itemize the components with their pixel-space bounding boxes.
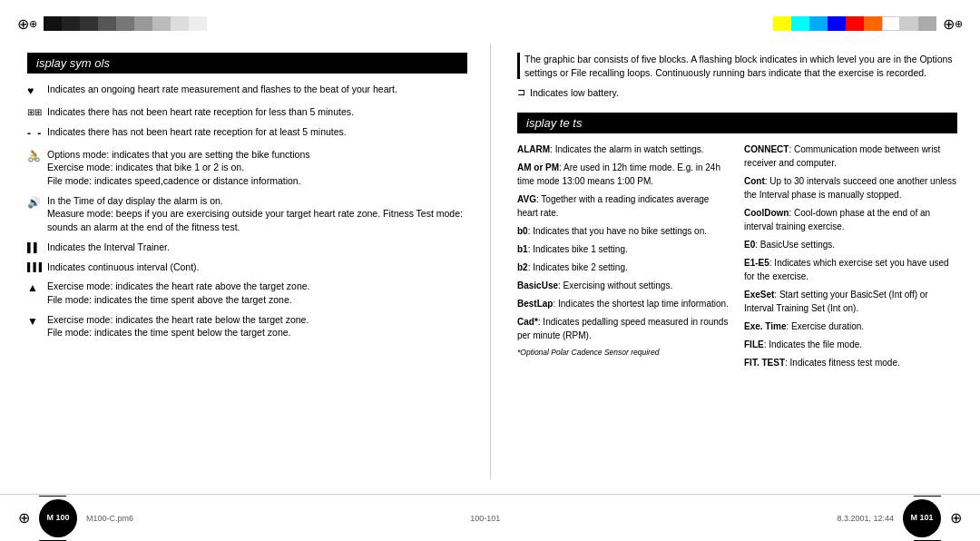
term-exeset: ExeSet: Start setting your BasicSet (Int… [744, 288, 957, 315]
color-block-8 [171, 16, 189, 31]
symbol-bike: 🚴 Options mode: indicates that you are s… [27, 148, 467, 188]
symbol-cont-interval: ▌▌▌ Indicates continuous interval (Cont)… [27, 261, 467, 274]
symbol-signal-weak: ⊞⊞ Indicates there has not been heart ra… [27, 105, 467, 119]
term-cont: Cont: Up to 30 intervals succeed one ano… [744, 174, 957, 202]
term-e0: E0: BasicUse settings. [744, 238, 957, 251]
color-block-2 [62, 16, 80, 31]
color-block-4 [98, 16, 116, 31]
below-target-icon: ▼ [27, 313, 47, 330]
symbol-bike-text: Options mode: indicates that you are set… [47, 148, 310, 188]
battery-icon: ⊐ [517, 86, 525, 98]
terms-col-2: CONNECT: Communication mode between wris… [744, 143, 957, 374]
term-cooldown: CoolDown: Cool-down phase at the end of … [744, 206, 957, 233]
term-cad: Cad*: Indicates pedalling speed measured… [517, 315, 730, 342]
symbol-sound: 🔊 In the Time of day display the alarm i… [27, 194, 467, 234]
crosshair-right-icon: ⊕ [944, 15, 962, 33]
symbol-above-target-text: Exercise mode: indicates the heart rate … [47, 280, 310, 306]
color-block-r9 [918, 16, 936, 31]
top-left-area: ⊕ [18, 15, 207, 33]
term-avg: AVG: Together with a reading indicates a… [517, 192, 730, 220]
symbol-interval-text: Indicates the Interval Trainer. [47, 241, 170, 254]
color-block-r2 [791, 16, 809, 31]
symbol-cont-interval-text: Indicates continuous interval (Cont). [47, 261, 200, 274]
color-block-r4 [828, 16, 846, 31]
interval-icon: ▌▌ [27, 241, 47, 254]
bike-icon: 🚴 [27, 148, 47, 164]
term-fit-test: FIT. TEST: Indicates fitness test mode. [744, 356, 957, 369]
bottom-center: 100-101 [470, 514, 500, 523]
crosshair-left-icon: ⊕ [18, 15, 36, 33]
color-block-r8 [900, 16, 918, 31]
terms-col-1: ALARM: Indicates the alarm in watch sett… [517, 143, 730, 374]
bottom-right-line-top [914, 496, 941, 497]
signal-weak-icon: ⊞⊞ [27, 105, 47, 119]
color-block-r7 [882, 16, 900, 31]
color-block-6 [134, 16, 152, 31]
color-block-r5 [846, 16, 864, 31]
battery-text-content: Indicates low battery. [530, 87, 619, 98]
term-basicuse: BasicUse: Exercising without settings. [517, 279, 730, 292]
color-block-3 [80, 16, 98, 31]
crosshair-bottom-left-icon: ⊕ [18, 509, 30, 526]
left-panel: isplay sym ols ♥ Indicates an ongoing he… [0, 44, 490, 494]
bottom-left-line-top [39, 496, 66, 497]
graphic-bar-text-content: The graphic bar consists of five blocks.… [524, 53, 957, 79]
symbol-heart-text: Indicates an ongoing heart rate measurem… [47, 83, 397, 96]
graphic-bar-description: The graphic bar consists of five blocks.… [517, 53, 957, 79]
page-number-left: M 100 [39, 499, 77, 537]
symbol-dashes: - - Indicates there has not been heart r… [27, 125, 467, 142]
term-file: FILE: Indicates the file mode. [744, 338, 957, 351]
term-exe-time: Exe. Time: Exercise duration. [744, 320, 957, 333]
color-block-r1 [773, 16, 791, 31]
left-section-header: isplay sym ols [27, 53, 467, 74]
bottom-left: ⊕ M 100 M100-C.pm6 [18, 496, 133, 541]
term-bestlap: BestLap: Indicates the shortest lap time… [517, 297, 730, 310]
color-block-9 [189, 16, 207, 31]
term-connect: CONNECT: Communication mode between wris… [744, 143, 957, 170]
bottom-right-line-bottom [914, 540, 941, 541]
term-b0: b0: Indicates that you have no bike sett… [517, 224, 730, 238]
color-block-r6 [864, 16, 882, 31]
battery-description: ⊐ Indicates low battery. [517, 86, 957, 98]
top-right-area: ⊕ [773, 15, 962, 33]
color-strip-left [44, 16, 207, 31]
cont-interval-icon: ▌▌▌ [27, 261, 47, 273]
color-block-r3 [809, 16, 828, 31]
symbol-interval: ▌▌ Indicates the Interval Trainer. [27, 241, 467, 254]
bottom-left-line-bottom [39, 540, 66, 541]
top-bar: ⊕ [0, 0, 980, 44]
color-block-7 [152, 16, 171, 31]
page-number-right: M 101 [903, 499, 941, 537]
right-panel: The graphic bar consists of five blocks.… [490, 44, 980, 494]
symbol-above-target: ▲ Exercise mode: indicates the heart rat… [27, 280, 467, 306]
color-strip-right [773, 16, 936, 31]
term-b2: b2: Indicates bike 2 setting. [517, 261, 730, 274]
color-block-1 [44, 16, 62, 31]
bottom-right: 8.3.2001, 12:44 M 101 ⊕ [837, 496, 962, 541]
right-section-header: isplay te ts [517, 113, 957, 133]
term-b1: b1: Indicates bike 1 setting. [517, 242, 730, 256]
optional-note: *Optional Polar Cadence Sensor required [517, 347, 730, 359]
above-target-icon: ▲ [27, 280, 47, 296]
bottom-bar: ⊕ M 100 M100-C.pm6 100-101 8.3.2001, 12:… [0, 494, 980, 541]
page-container: ⊕ [0, 0, 980, 541]
term-alarm: ALARM: Indicates the alarm in watch sett… [517, 143, 730, 156]
sound-icon: 🔊 [27, 194, 47, 211]
bottom-right-date: 8.3.2001, 12:44 [837, 514, 894, 523]
term-ampm: AM or PM: Are used in 12h time mode. E.g… [517, 161, 730, 188]
dashes-icon: - - [27, 125, 47, 142]
symbol-signal-weak-text: Indicates there has not been heart rate … [47, 105, 354, 119]
symbol-below-target: ▼ Exercise mode: indicates the heart rat… [27, 313, 467, 339]
terms-columns: ALARM: Indicates the alarm in watch sett… [517, 143, 957, 374]
symbol-below-target-text: Exercise mode: indicates the heart rate … [47, 313, 309, 339]
symbol-sound-text: In the Time of day display the alarm is … [47, 194, 467, 234]
symbol-heart: ♥ Indicates an ongoing heart rate measur… [27, 83, 467, 99]
color-block-5 [116, 16, 134, 31]
symbol-dashes-text: Indicates there has not been heart rate … [47, 125, 347, 139]
bottom-left-file: M100-C.pm6 [86, 514, 133, 523]
page-numbers-center: 100-101 [470, 514, 500, 523]
vertical-divider [490, 44, 491, 479]
heart-icon: ♥ [27, 83, 47, 99]
crosshair-bottom-right-icon: ⊕ [950, 509, 962, 526]
term-e1e5: E1-E5: Indicates which exercise set you … [744, 256, 957, 283]
